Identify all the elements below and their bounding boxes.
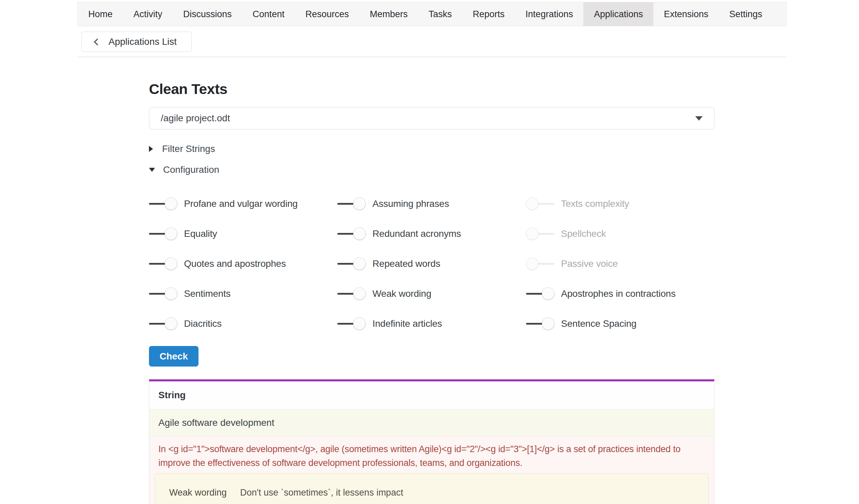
toggle-switch[interactable]	[149, 257, 177, 270]
toggle-diacritics: Diacritics	[149, 317, 337, 330]
toggle-quotes-and-apostrophes: Quotes and apostrophes	[149, 257, 337, 270]
top-navigation: Home Activity Discussions Content Resour…	[77, 2, 786, 26]
toggle-label: Redundant acronyms	[372, 228, 461, 239]
toggle-switch[interactable]	[526, 257, 554, 270]
switch-knob	[526, 257, 539, 270]
tab-extensions[interactable]: Extensions	[653, 2, 719, 26]
tab-reports[interactable]: Reports	[462, 2, 515, 26]
toggle-label: Repeated words	[372, 258, 440, 269]
check-button[interactable]: Check	[149, 346, 198, 367]
switch-knob	[353, 197, 366, 210]
toggle-label: Sentence Spacing	[561, 318, 637, 329]
back-row: Applications List	[77, 32, 786, 52]
toggle-spellcheck: Spellcheck	[526, 227, 714, 240]
toggle-label: Sentiments	[184, 288, 230, 299]
tab-label: Home	[88, 9, 112, 19]
configuration-label: Configuration	[163, 164, 220, 175]
toggle-switch[interactable]	[337, 287, 366, 300]
toggle-label: Texts complexity	[561, 198, 629, 209]
tab-content[interactable]: Content	[242, 2, 295, 26]
toggle-label: Apostrophes in contractions	[561, 288, 676, 299]
issue-message: Don't use `sometimes`, it lessens impact	[240, 488, 403, 498]
header-divider	[77, 57, 786, 57]
tab-applications[interactable]: Applications	[583, 2, 653, 26]
file-select[interactable]: /agile project.odt	[149, 107, 714, 129]
toggle-texts-complexity: Texts complexity	[526, 197, 714, 210]
applications-list-button[interactable]: Applications List	[81, 32, 192, 52]
switch-knob	[353, 287, 366, 300]
issue-type-label: Weak wording	[169, 488, 227, 498]
switch-knob	[526, 197, 539, 210]
main-content: Clean Texts /agile project.odt Filter St…	[149, 81, 714, 504]
toggle-switch[interactable]	[337, 257, 366, 270]
tab-label: Reports	[473, 9, 505, 19]
caret-down-icon	[695, 116, 703, 121]
results-panel: String Agile software development In <g …	[149, 379, 714, 504]
toggle-switch[interactable]	[337, 197, 366, 210]
tab-settings[interactable]: Settings	[719, 2, 773, 26]
tab-label: Integrations	[525, 9, 573, 19]
switch-knob	[542, 287, 554, 300]
tab-label: Settings	[729, 9, 762, 19]
toggle-repeated-words: Repeated words	[337, 257, 526, 270]
toggle-switch[interactable]	[526, 317, 554, 330]
switch-knob	[165, 317, 177, 330]
toggle-switch[interactable]	[526, 197, 554, 210]
switch-knob	[542, 317, 554, 330]
toggle-indefinite-articles: Indefinite articles	[337, 317, 526, 330]
tab-home[interactable]: Home	[78, 2, 123, 26]
switch-knob	[165, 197, 177, 210]
tab-label: Discussions	[183, 9, 232, 19]
filter-strings-toggle[interactable]: Filter Strings	[149, 143, 215, 154]
configuration-toggle[interactable]: Configuration	[149, 164, 220, 175]
expanded-triangle-icon	[149, 168, 155, 172]
toggle-sentiments: Sentiments	[149, 287, 337, 300]
toggle-switch[interactable]	[149, 227, 177, 240]
tab-tasks[interactable]: Tasks	[418, 2, 462, 26]
tab-label: Activity	[133, 9, 163, 19]
back-button-label: Applications List	[108, 36, 177, 47]
toggle-switch[interactable]	[337, 317, 366, 330]
tab-label: Resources	[305, 9, 349, 19]
toggle-label: Equality	[184, 228, 217, 239]
toggle-label: Indefinite articles	[372, 318, 442, 329]
tab-label: Members	[370, 9, 408, 19]
toggle-passive-voice: Passive voice	[526, 257, 714, 270]
toggle-equality: Equality	[149, 227, 337, 240]
toggle-label: Weak wording	[372, 288, 431, 299]
result-detail-row: In <g id="1">software development</g>, a…	[149, 436, 714, 504]
toggle-switch[interactable]	[337, 227, 366, 240]
switch-knob	[353, 317, 366, 330]
toggle-switch[interactable]	[149, 197, 177, 210]
switch-knob	[353, 227, 366, 240]
tab-integrations[interactable]: Integrations	[515, 2, 583, 26]
toggle-switch[interactable]	[149, 317, 177, 330]
configuration-options-grid: Profane and vulgar wording Assuming phra…	[149, 197, 714, 330]
toggle-redundant-acronyms: Redundant acronyms	[337, 227, 526, 240]
tab-label: Content	[253, 9, 285, 19]
toggle-switch[interactable]	[149, 287, 177, 300]
toggle-sentence-spacing: Sentence Spacing	[526, 317, 714, 330]
page-title: Clean Texts	[149, 81, 714, 97]
tab-label: Applications	[594, 9, 643, 19]
toggle-weak-wording: Weak wording	[337, 287, 526, 300]
tab-members[interactable]: Members	[359, 2, 418, 26]
toggle-label: Passive voice	[561, 258, 618, 269]
chevron-left-icon	[94, 39, 101, 45]
switch-knob	[165, 257, 177, 270]
flagged-source-text: In <g id="1">software development</g>, a…	[159, 442, 705, 470]
issue-box: Weak wording Don't use `sometimes`, it l…	[155, 473, 709, 504]
toggle-switch[interactable]	[526, 227, 554, 240]
toggle-switch[interactable]	[526, 287, 554, 300]
toggle-apostrophes-in-contractions: Apostrophes in contractions	[526, 287, 714, 300]
tab-resources[interactable]: Resources	[295, 2, 359, 26]
tab-activity[interactable]: Activity	[123, 2, 173, 26]
tab-discussions[interactable]: Discussions	[173, 2, 242, 26]
result-string-row[interactable]: Agile software development	[149, 410, 714, 436]
switch-knob	[353, 257, 366, 270]
switch-knob	[165, 227, 177, 240]
toggle-assuming-phrases: Assuming phrases	[337, 197, 526, 210]
toggle-profane-vulgar-wording: Profane and vulgar wording	[149, 197, 337, 210]
toggle-label: Quotes and apostrophes	[184, 258, 286, 269]
switch-knob	[526, 227, 539, 240]
